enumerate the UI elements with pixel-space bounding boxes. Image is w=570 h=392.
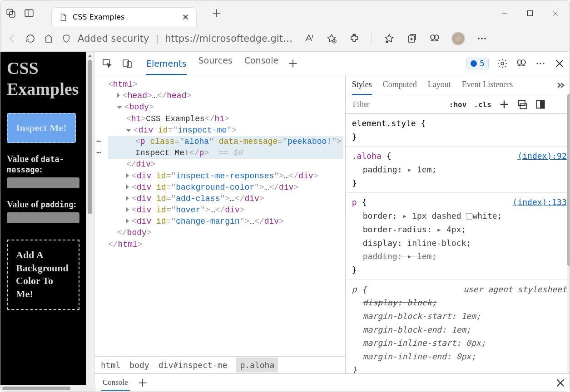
- devtools-tab-sources[interactable]: Sources: [198, 55, 233, 72]
- copy-styles-icon[interactable]: [517, 99, 528, 110]
- styles-filter-input[interactable]: [351, 98, 442, 111]
- svg-point-30: [501, 62, 504, 65]
- read-aloud-icon[interactable]: [303, 33, 314, 44]
- close-drawer-icon[interactable]: [555, 377, 566, 388]
- element-breadcrumb[interactable]: htmlbodydiv#inspect-mep.aloha: [94, 356, 345, 373]
- browser-tab[interactable]: CSS Examples ✕: [51, 7, 197, 26]
- padding-input[interactable]: [7, 212, 79, 223]
- devtools-tab-console[interactable]: Console: [244, 55, 278, 72]
- more-icon[interactable]: [476, 33, 487, 44]
- settings-icon[interactable]: [497, 58, 508, 69]
- dom-tree[interactable]: <html><head>…</head><body><h1>CSS Exampl…: [94, 75, 345, 356]
- breadcrumb-paloha[interactable]: p.aloha: [236, 358, 278, 372]
- style-rule-p-ua[interactable]: user agent stylesheet p { display: block…: [346, 280, 570, 373]
- issues-badge[interactable]: 5: [466, 58, 489, 69]
- new-style-rule-icon[interactable]: [499, 99, 510, 110]
- collections-icon[interactable]: [406, 33, 417, 44]
- close-window-button[interactable]: [552, 10, 559, 16]
- close-tab-icon[interactable]: ✕: [182, 12, 189, 22]
- extensions-icon[interactable]: [349, 33, 360, 44]
- style-rule-aloha[interactable]: (index):92 .aloha { padding: ▸ 1em;}: [346, 147, 570, 193]
- styles-tab-styles[interactable]: Styles: [352, 80, 372, 95]
- svg-rect-40: [518, 101, 525, 106]
- svg-rect-26: [123, 60, 129, 66]
- minimize-button[interactable]: [501, 10, 508, 16]
- rendered-page: CSS Examples Inspect Me! Value of data-m…: [0, 52, 86, 392]
- source-link[interactable]: (index):92: [517, 149, 566, 163]
- style-rule-p[interactable]: (index):133 p { border: ▸ 1px dashed whi…: [346, 193, 570, 279]
- divider: [372, 33, 372, 44]
- tab-actions-icon[interactable]: [6, 8, 16, 18]
- devtools-panel: ElementsSourcesConsole 5 <html><head>…</…: [94, 52, 570, 392]
- inspect-element-icon[interactable]: [102, 58, 113, 69]
- refresh-button[interactable]: [25, 33, 36, 44]
- security-shield-icon[interactable]: [61, 34, 71, 44]
- inspect-me-button[interactable]: Inspect Me!: [7, 113, 76, 143]
- devtools-more-icon[interactable]: [535, 58, 546, 69]
- svg-point-35: [543, 63, 544, 64]
- favorite-icon[interactable]: [326, 33, 337, 44]
- breadcrumb-html[interactable]: html: [101, 359, 120, 371]
- svg-point-23: [481, 38, 483, 39]
- svg-rect-41: [520, 104, 526, 109]
- security-label: Added security: [78, 33, 149, 44]
- add-bg-box[interactable]: Add A Background Color To Me!: [7, 240, 79, 309]
- styles-tab-event-listeners[interactable]: Event Listeners: [462, 80, 513, 95]
- padding-label: Value of padding:: [7, 199, 79, 210]
- drawer-console-tab[interactable]: Console: [101, 375, 130, 391]
- svg-point-24: [484, 38, 486, 39]
- url-text[interactable]: https://microsoftedge.git…: [165, 33, 292, 44]
- feedback-icon[interactable]: [516, 58, 527, 69]
- svg-rect-7: [528, 11, 533, 16]
- computed-toggle-icon[interactable]: [535, 99, 546, 110]
- device-toolbar-icon[interactable]: [122, 58, 133, 69]
- styles-scrollbar[interactable]: [567, 93, 570, 373]
- tab-title: CSS Examples: [73, 13, 124, 21]
- copilot-icon[interactable]: [429, 33, 440, 44]
- hov-toggle[interactable]: :hov: [449, 100, 467, 109]
- svg-rect-27: [127, 62, 131, 68]
- more-styles-tabs-icon[interactable]: [555, 80, 566, 91]
- separator: |: [155, 33, 159, 44]
- element-style-rule[interactable]: element.style {}: [346, 114, 570, 147]
- profile-avatar[interactable]: [452, 32, 465, 45]
- styles-list[interactable]: element.style {} (index):92 .aloha { pad…: [346, 114, 570, 373]
- cls-toggle[interactable]: .cls: [474, 100, 491, 109]
- more-tabs-icon[interactable]: [287, 58, 298, 69]
- favorites-hub-icon[interactable]: [384, 33, 395, 44]
- back-button[interactable]: [7, 33, 18, 44]
- svg-point-33: [536, 63, 538, 64]
- page-heading: CSS Examples: [7, 58, 79, 99]
- data-message-label: Value of data-message:: [7, 154, 79, 175]
- page-vertical-scrollbar[interactable]: [86, 52, 94, 392]
- data-message-input[interactable]: [7, 177, 79, 188]
- home-button[interactable]: [43, 33, 54, 44]
- svg-point-22: [478, 38, 480, 39]
- svg-rect-43: [540, 101, 544, 108]
- styles-tab-layout[interactable]: Layout: [428, 80, 451, 95]
- styles-tab-computed[interactable]: Computed: [383, 80, 417, 95]
- devtools-tab-elements[interactable]: Elements: [146, 59, 187, 75]
- issue-dot-icon: [471, 60, 477, 67]
- vertical-tabs-icon[interactable]: [24, 8, 34, 18]
- breadcrumb-divinspectme[interactable]: div#inspect-me: [159, 359, 228, 371]
- svg-point-34: [540, 63, 541, 64]
- page-horizontal-scrollbar[interactable]: [0, 385, 96, 392]
- new-tab-button[interactable]: [211, 8, 222, 19]
- breadcrumb-body[interactable]: body: [129, 359, 149, 371]
- source-link[interactable]: (index):133: [513, 196, 567, 209]
- close-devtools-icon[interactable]: [554, 58, 565, 69]
- svg-rect-2: [25, 10, 33, 16]
- maximize-button[interactable]: [527, 10, 533, 16]
- drawer-add-tab-icon[interactable]: [137, 377, 148, 388]
